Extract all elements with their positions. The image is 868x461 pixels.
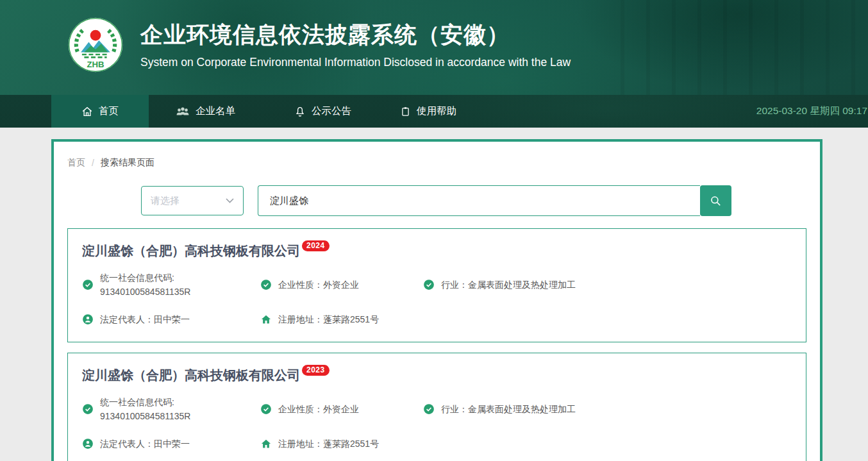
search-button[interactable] <box>700 185 731 216</box>
nav-item-announcements[interactable]: 公示公告 <box>287 95 359 128</box>
industry-text: 行业：金属表面处理及热处理加工 <box>441 278 576 292</box>
badge-check-icon <box>423 403 435 415</box>
nav-item-label: 首页 <box>99 105 119 118</box>
field-credit-code: 统一社会信息代码:91340100584581135R <box>82 271 260 299</box>
field-address: 注册地址：蓬莱路2551号 <box>260 312 423 326</box>
address-text: 注册地址：蓬莱路2551号 <box>278 437 379 451</box>
main-panel: 首页 / 搜索结果页面 请选择 淀川盛馀（合肥）高科技钢板有限公司2024 <box>51 139 822 461</box>
nav-item-company-list[interactable]: 企业名单 <box>168 95 243 128</box>
enterprise-type-text: 企业性质：外资企业 <box>278 278 359 292</box>
nav-item-label: 公示公告 <box>312 105 351 118</box>
nav-item-help[interactable]: 使用帮助 <box>392 95 464 128</box>
field-industry: 行业：金属表面处理及热处理加工 <box>423 395 792 423</box>
company-name-link[interactable]: 淀川盛馀（合肥）高科技钢板有限公司 <box>82 244 300 258</box>
clipboard-icon <box>400 106 411 117</box>
badge-check-icon <box>82 279 94 290</box>
field-industry: 行业：金属表面处理及热处理加工 <box>423 271 792 299</box>
page-title: 企业环境信息依法披露系统（安徽） <box>140 21 571 48</box>
breadcrumb-current: 搜索结果页面 <box>101 157 154 169</box>
field-legal-rep: 法定代表人：田中荣一 <box>82 312 260 326</box>
breadcrumb-home-link[interactable]: 首页 <box>67 157 85 169</box>
year-badge: 2024 <box>302 240 330 251</box>
field-enterprise-type: 企业性质：外资企业 <box>260 395 423 423</box>
nav-item-label: 企业名单 <box>196 105 235 118</box>
credit-code-value: 91340100584581135R <box>100 287 190 297</box>
breadcrumb-separator: / <box>92 158 94 168</box>
nav-item-home[interactable]: 首页 <box>51 95 149 128</box>
industry-text: 行业：金属表面处理及热处理加工 <box>441 402 576 416</box>
chevron-down-icon <box>226 198 234 203</box>
environmental-protection-logo-icon: ZHB <box>67 17 124 73</box>
nav-item-label: 使用帮助 <box>417 105 456 118</box>
person-icon <box>82 314 94 325</box>
credit-code-label: 统一社会信息代码: <box>100 272 174 283</box>
house-icon <box>260 314 272 325</box>
badge-check-icon <box>82 403 94 415</box>
house-icon <box>260 438 272 449</box>
logo-zhb-text: ZHB <box>87 60 104 69</box>
bell-icon <box>294 106 306 117</box>
field-address: 注册地址：蓬莱路2551号 <box>260 437 423 451</box>
people-icon <box>176 106 190 117</box>
select-placeholder: 请选择 <box>151 195 179 207</box>
badge-check-icon <box>260 279 272 290</box>
search-input[interactable] <box>258 185 700 216</box>
legal-rep-text: 法定代表人：田中荣一 <box>100 437 190 451</box>
result-card: 淀川盛馀（合肥）高科技钢板有限公司2023 统一社会信息代码:913401005… <box>67 353 806 461</box>
badge-check-icon <box>423 279 435 290</box>
company-name-link[interactable]: 淀川盛馀（合肥）高科技钢板有限公司 <box>82 368 300 382</box>
magnifier-icon <box>710 195 722 207</box>
page-subtitle: System on Corporate Environmental Inform… <box>140 56 571 69</box>
field-credit-code: 统一社会信息代码:91340100584581135R <box>82 395 260 423</box>
result-card: 淀川盛馀（合肥）高科技钢板有限公司2024 统一社会信息代码:913401005… <box>67 228 806 342</box>
category-select[interactable]: 请选择 <box>141 186 244 215</box>
breadcrumb: 首页 / 搜索结果页面 <box>67 157 806 169</box>
badge-check-icon <box>260 403 272 415</box>
year-badge: 2023 <box>302 365 330 376</box>
field-enterprise-type: 企业性质：外资企业 <box>260 271 423 299</box>
main-navbar: 首页 企业名单 公示公告 使用帮助 2025-03-20 星期四 09:17 <box>0 95 868 128</box>
current-datetime: 2025-03-20 星期四 09:17 <box>756 95 868 128</box>
credit-code-value: 91340100584581135R <box>100 411 190 421</box>
field-legal-rep: 法定代表人：田中荣一 <box>82 437 260 451</box>
home-icon <box>81 106 93 117</box>
site-header: ZHB 企业环境信息依法披露系统（安徽） System on Corporate… <box>0 0 868 95</box>
enterprise-type-text: 企业性质：外资企业 <box>278 402 359 416</box>
legal-rep-text: 法定代表人：田中荣一 <box>100 312 190 326</box>
address-text: 注册地址：蓬莱路2551号 <box>278 312 379 326</box>
search-bar: 请选择 <box>141 185 806 216</box>
person-icon <box>82 438 94 449</box>
credit-code-label: 统一社会信息代码: <box>100 397 174 407</box>
